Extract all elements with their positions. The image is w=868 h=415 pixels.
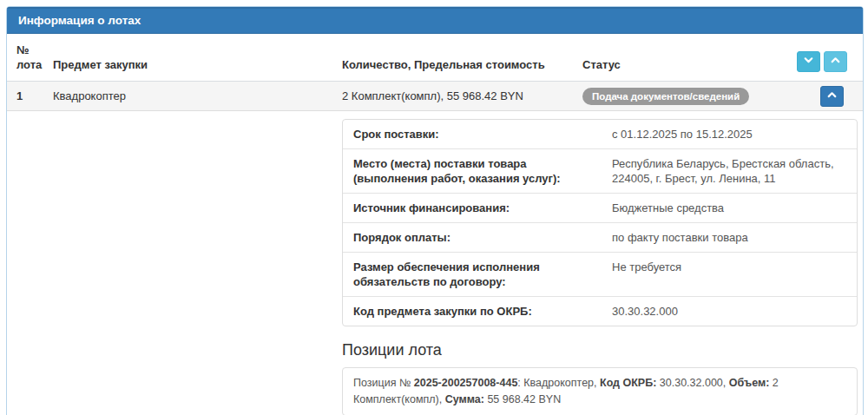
position-subject: : Квадрокоптер, — [517, 377, 600, 389]
detail-value: с 01.12.2025 по 15.12.2025 — [612, 127, 846, 142]
chevron-up-icon — [826, 89, 838, 103]
detail-value: Республика Беларусь, Брестская область, … — [612, 156, 846, 186]
lot-subject-cell: Квадрокоптер — [53, 88, 342, 104]
detail-row-okrb-code: Код предмета закупки по ОКРБ: 30.30.32.0… — [343, 296, 857, 326]
position-okrb-label: Код ОКРБ: — [600, 377, 656, 389]
detail-label: Порядок оплаты: — [353, 230, 603, 245]
expand-all-button[interactable] — [824, 51, 847, 72]
lot-number-cell: 1 — [16, 88, 53, 104]
collapse-all-button[interactable] — [797, 51, 820, 72]
detail-value: 30.30.32.000 — [612, 304, 846, 319]
detail-value: Не требуется — [612, 260, 846, 289]
detail-row-payment-order: Порядок оплаты: по факту поставки товара — [343, 222, 857, 252]
lot-details-section: Срок поставки: с 01.12.2025 по 15.12.202… — [7, 111, 863, 415]
col-header-lot-number: № лота — [16, 43, 53, 72]
position-sum-label: Сумма: — [445, 393, 484, 405]
table-row[interactable]: 1 Квадрокоптер 2 Комплект(компл), 55 968… — [7, 82, 863, 111]
status-badge: Подача документов/сведений — [582, 88, 749, 105]
position-prefix: Позиция № — [353, 377, 414, 389]
lots-panel: Информация о лотах № лота Предмет закупк… — [6, 6, 864, 415]
detail-value: по факту поставки товара — [612, 230, 846, 245]
positions-heading: Позиции лота — [342, 341, 858, 359]
detail-label: Место (места) поставки товара (выполнени… — [353, 156, 603, 186]
chevron-down-icon — [803, 55, 814, 69]
detail-label: Источник финансирования: — [353, 201, 603, 215]
page: Информация о лотах № лота Предмет закупк… — [0, 0, 868, 415]
position-number: 2025-200257008-445 — [414, 377, 518, 389]
position-sum-value: 55 968.42 BYN — [484, 393, 561, 405]
detail-row-funding-source: Источник финансирования: Бюджетные средс… — [343, 193, 857, 222]
detail-row-security-amount: Размер обеспечения исполнения обязательс… — [343, 252, 857, 296]
detail-row-delivery-place: Место (места) поставки товара (выполнени… — [343, 148, 857, 193]
header-actions — [797, 51, 864, 72]
col-header-subject: Предмет закупки — [53, 57, 342, 72]
row-actions — [797, 86, 863, 107]
lots-table-header: № лота Предмет закупки Количество, Преде… — [7, 34, 863, 82]
col-header-status: Статус — [582, 57, 797, 72]
lot-status-cell: Подача документов/сведений — [582, 86, 797, 107]
position-okrb-value: 30.30.32.000, — [656, 377, 728, 389]
lot-quantity-cost-cell: 2 Комплект(компл), 55 968.42 BYN — [342, 88, 582, 104]
collapse-row-button[interactable] — [820, 86, 844, 107]
col-header-quantity-cost: Количество, Предельная стоимость — [342, 57, 582, 72]
detail-label: Срок поставки: — [353, 127, 603, 142]
detail-label: Код предмета закупки по ОКРБ: — [353, 304, 603, 319]
position-item: Позиция № 2025-200257008-445: Квадрокопт… — [342, 367, 858, 415]
position-volume-label: Объем: — [729, 377, 770, 389]
detail-label: Размер обеспечения исполнения обязательс… — [353, 260, 603, 289]
lot-details-table: Срок поставки: с 01.12.2025 по 15.12.202… — [342, 119, 858, 326]
chevron-up-icon — [830, 55, 841, 69]
panel-title: Информация о лотах — [7, 7, 863, 34]
detail-value: Бюджетные средства — [612, 201, 846, 215]
detail-row-delivery-term: Срок поставки: с 01.12.2025 по 15.12.202… — [343, 120, 857, 148]
